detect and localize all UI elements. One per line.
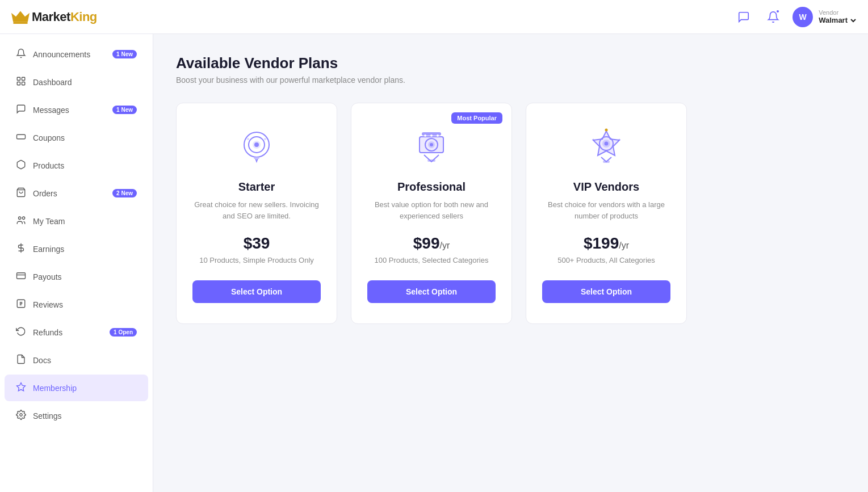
svg-point-27	[437, 134, 439, 137]
messages-icon	[16, 104, 26, 116]
vip-icon	[584, 124, 629, 169]
svg-rect-1	[17, 77, 20, 80]
svg-rect-16	[254, 157, 259, 159]
sidebar-item-label-settings: Settings	[33, 411, 137, 420]
svg-rect-3	[17, 82, 20, 85]
most-popular-badge: Most Popular	[451, 112, 502, 124]
sidebar-item-products[interactable]: Products	[5, 152, 148, 179]
sidebar-item-label-earnings: Earnings	[33, 245, 137, 254]
sidebar-item-label-membership: Membership	[33, 384, 137, 393]
sidebar-badge-messages: 1 New	[112, 106, 137, 114]
svg-point-26	[430, 134, 433, 137]
crown-icon	[11, 9, 30, 25]
bell-icon-button[interactable]	[763, 7, 783, 27]
plan-price-vip: $199/yr	[584, 234, 629, 253]
sidebar-item-orders[interactable]: Orders2 New	[5, 180, 148, 207]
plan-price-professional: $99/yr	[413, 234, 450, 253]
products-icon	[16, 159, 26, 171]
page-title: Available Vendor Plans	[176, 54, 845, 72]
svg-point-30	[605, 142, 609, 146]
sidebar-item-messages[interactable]: Messages1 New	[5, 96, 148, 123]
sidebar-item-label-docs: Docs	[33, 356, 137, 365]
svg-point-8	[22, 217, 25, 220]
sidebar-item-reviews[interactable]: Reviews	[5, 291, 148, 318]
svg-point-23	[430, 143, 433, 146]
svg-point-15	[254, 142, 259, 147]
sidebar-item-settings[interactable]: Settings	[5, 402, 148, 429]
sidebar-item-announcements[interactable]: Announcements1 New	[5, 41, 148, 68]
sidebar-item-my-team[interactable]: My Team	[5, 208, 148, 234]
select-option-button-professional[interactable]: Select Option	[367, 280, 496, 303]
svg-point-18	[264, 138, 266, 140]
plan-card-vip: VIP VendorsBest choice for vendors with …	[526, 103, 687, 324]
sidebar-item-dashboard[interactable]: Dashboard	[5, 69, 148, 95]
logo-king-text: King	[70, 10, 97, 24]
svg-rect-2	[22, 77, 25, 80]
svg-point-25	[424, 134, 426, 137]
sidebar-item-coupons[interactable]: Coupons	[5, 124, 148, 151]
plan-products-professional: 100 Products, Selected Categories	[375, 256, 489, 264]
sidebar-item-label-payouts: Payouts	[33, 272, 137, 281]
vendor-avatar: W	[792, 7, 813, 27]
vendor-label: Vendor	[819, 9, 857, 16]
plan-card-starter: StarterGreat choice for new sellers. Inv…	[176, 103, 337, 324]
sidebar-item-label-my-team: My Team	[33, 217, 137, 226]
sidebar-item-membership[interactable]: Membership	[5, 375, 148, 401]
coupons-icon	[16, 132, 26, 144]
select-option-button-vip[interactable]: Select Option	[542, 280, 670, 303]
sidebar-badge-refunds: 1 Open	[110, 328, 137, 337]
sidebar-item-label-reviews: Reviews	[33, 300, 137, 309]
dashboard-icon	[16, 76, 26, 88]
svg-point-12	[20, 414, 23, 417]
sidebar-item-earnings[interactable]: Earnings	[5, 236, 148, 262]
sidebar-item-label-products: Products	[33, 161, 137, 170]
sidebar-item-label-refunds: Refunds	[33, 328, 103, 337]
sidebar-item-label-coupons: Coupons	[33, 133, 137, 142]
starter-icon	[234, 124, 279, 169]
sidebar-item-label-orders: Orders	[33, 189, 106, 198]
plan-desc-vip: Best choice for vendors with a large num…	[542, 199, 670, 223]
svg-point-33	[619, 139, 620, 141]
plan-name-vip: VIP Vendors	[573, 180, 639, 194]
payouts-icon	[16, 271, 26, 283]
page-subtitle: Boost your business with our powerful ma…	[176, 75, 845, 85]
professional-icon	[409, 124, 454, 169]
header-right: W Vendor Walmart	[733, 7, 857, 27]
layout: Announcements1 NewDashboardMessages1 New…	[0, 34, 868, 492]
sidebar-item-refunds[interactable]: Refunds1 Open	[5, 319, 148, 346]
svg-point-32	[605, 129, 608, 132]
refunds-icon	[16, 326, 26, 338]
docs-icon	[16, 354, 26, 366]
bell-notification-dot	[775, 9, 780, 14]
reviews-icon	[16, 298, 26, 310]
plan-desc-professional: Best value option for both new and exper…	[367, 199, 496, 223]
membership-icon	[16, 382, 26, 394]
vendor-menu[interactable]: W Vendor Walmart	[792, 7, 857, 27]
svg-rect-4	[22, 82, 25, 85]
plan-price-starter: $39	[244, 234, 270, 253]
svg-rect-24	[427, 159, 435, 162]
svg-rect-31	[603, 161, 610, 163]
my-team-icon	[16, 215, 26, 227]
plan-name-starter: Starter	[238, 180, 275, 194]
sidebar-item-label-announcements: Announcements	[33, 50, 106, 59]
settings-icon	[16, 410, 26, 422]
sidebar-item-label-messages: Messages	[33, 106, 106, 115]
select-option-button-starter[interactable]: Select Option	[192, 280, 321, 303]
plan-products-vip: 500+ Products, All Categories	[557, 256, 655, 264]
sidebar-item-payouts[interactable]: Payouts	[5, 263, 148, 290]
sidebar: Announcements1 NewDashboardMessages1 New…	[0, 34, 153, 492]
plan-name-professional: Professional	[397, 180, 466, 194]
sidebar-item-docs[interactable]: Docs	[5, 347, 148, 373]
sidebar-badge-announcements: 1 New	[112, 50, 137, 58]
svg-point-7	[19, 217, 22, 220]
sidebar-badge-orders: 2 New	[112, 189, 137, 197]
chat-icon-button[interactable]	[733, 7, 754, 27]
svg-rect-10	[17, 273, 26, 279]
svg-rect-0	[13, 22, 28, 23]
earnings-icon	[16, 243, 26, 255]
announcements-icon	[16, 48, 26, 60]
plans-grid: StarterGreat choice for new sellers. Inv…	[176, 103, 687, 324]
orders-icon	[16, 187, 26, 199]
chevron-down-icon	[850, 17, 857, 24]
